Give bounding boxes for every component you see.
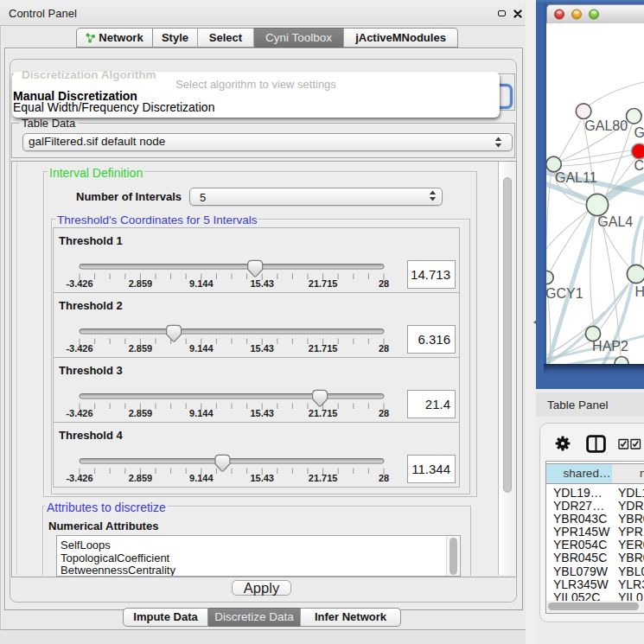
svg-text:-3.426: -3.426: [66, 473, 92, 483]
svg-text:21.715: 21.715: [309, 343, 338, 354]
svg-text:2.859: 2.859: [129, 278, 153, 289]
svg-text:28: 28: [379, 278, 389, 289]
svg-text:C: C: [634, 158, 644, 173]
svg-text:GAL4: GAL4: [597, 214, 633, 229]
svg-text:28: 28: [379, 473, 389, 483]
svg-text:9.144: 9.144: [189, 278, 214, 289]
svg-text:9.144: 9.144: [189, 408, 214, 418]
svg-text:9.144: 9.144: [189, 473, 214, 483]
svg-text:-3.426: -3.426: [66, 408, 92, 418]
svg-text:HAP2: HAP2: [592, 339, 628, 354]
svg-text:15.43: 15.43: [250, 473, 274, 483]
svg-text:15.43: 15.43: [250, 278, 274, 289]
svg-text:21.715: 21.715: [309, 278, 338, 289]
svg-text:-3.426: -3.426: [66, 278, 92, 289]
svg-text:28: 28: [379, 408, 389, 418]
svg-text:15.43: 15.43: [250, 408, 274, 418]
svg-text:GAL80: GAL80: [584, 118, 628, 133]
svg-text:28: 28: [379, 343, 389, 354]
svg-text:21.715: 21.715: [309, 473, 338, 483]
svg-text:-3.426: -3.426: [66, 343, 92, 354]
svg-text:GAL11: GAL11: [555, 170, 597, 185]
svg-text:GCY1: GCY1: [546, 286, 583, 301]
svg-text:15.43: 15.43: [250, 343, 274, 354]
svg-text:21.715: 21.715: [309, 408, 338, 418]
svg-text:9.144: 9.144: [189, 343, 214, 354]
svg-text:2.859: 2.859: [129, 343, 153, 354]
svg-text:H: H: [635, 284, 644, 299]
svg-text:2.859: 2.859: [129, 408, 153, 418]
svg-text:2.859: 2.859: [129, 473, 153, 483]
svg-text:GA: GA: [634, 125, 644, 140]
